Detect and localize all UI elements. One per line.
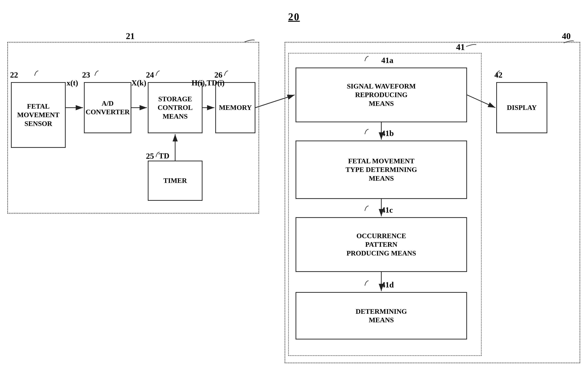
fetal-movement-sensor-box: FETALMOVEMENTSENSOR bbox=[11, 82, 66, 148]
determining-means-label: DETERMININGMEANS bbox=[356, 307, 407, 324]
main-title: 20 bbox=[288, 11, 300, 23]
label-42: 42 bbox=[494, 70, 503, 80]
timer-box: TIMER bbox=[148, 161, 203, 201]
occurrence-pattern-box: OCCURRENCEPATTERNPRODUCING MEANS bbox=[295, 217, 467, 272]
determining-means-box: DETERMININGMEANS bbox=[295, 292, 467, 340]
ad-converter-label: A/DCONVERTER bbox=[85, 99, 129, 116]
storage-control-label: STORAGECONTROLMEANS bbox=[158, 95, 193, 121]
signal-waveform-label: SIGNAL WAVEFORMREPRODUCINGMEANS bbox=[347, 82, 416, 108]
ad-converter-box: A/DCONVERTER bbox=[84, 82, 131, 133]
occurrence-pattern-label: OCCURRENCEPATTERNPRODUCING MEANS bbox=[346, 232, 416, 258]
storage-control-box: STORAGECONTROLMEANS bbox=[148, 82, 203, 133]
fetal-movement-type-label: FETAL MOVEMENTTYPE DETERMININGMEANS bbox=[346, 157, 417, 183]
label-24: 24 bbox=[146, 70, 154, 80]
label-21: 21 bbox=[126, 31, 135, 41]
label-41c: 41c bbox=[381, 205, 393, 215]
memory-box: MEMORY bbox=[215, 82, 255, 133]
fetal-movement-sensor-label: FETALMOVEMENTSENSOR bbox=[17, 102, 60, 128]
label-40: 40 bbox=[562, 31, 571, 41]
signal-waveform-box: SIGNAL WAVEFORMREPRODUCINGMEANS bbox=[295, 67, 467, 122]
display-label: DISPLAY bbox=[507, 103, 537, 112]
xk-signal-label: X(k) bbox=[131, 79, 146, 87]
label-41a: 41a bbox=[381, 56, 393, 65]
label-41b: 41b bbox=[381, 129, 394, 138]
label-41d: 41d bbox=[381, 280, 394, 289]
fetal-movement-type-box: FETAL MOVEMENTTYPE DETERMININGMEANS bbox=[295, 141, 467, 199]
label-23: 23 bbox=[82, 70, 90, 80]
timer-label: TIMER bbox=[164, 176, 187, 185]
label-26: 26 bbox=[214, 70, 222, 80]
td-signal-label: TD bbox=[159, 151, 169, 160]
label-22: 22 bbox=[10, 70, 18, 80]
memory-label: MEMORY bbox=[219, 103, 252, 112]
xt-signal-label: x(t) bbox=[67, 79, 78, 87]
label-25: 25 bbox=[146, 151, 154, 161]
display-box: DISPLAY bbox=[496, 82, 547, 133]
diagram-container: 20 21 40 41 FETALMOVEMENTSENSOR 22 A/DCO… bbox=[0, 0, 588, 384]
hi-tdi-signal-label: H(i),TD(i) bbox=[191, 79, 225, 87]
label-41: 41 bbox=[456, 42, 465, 52]
